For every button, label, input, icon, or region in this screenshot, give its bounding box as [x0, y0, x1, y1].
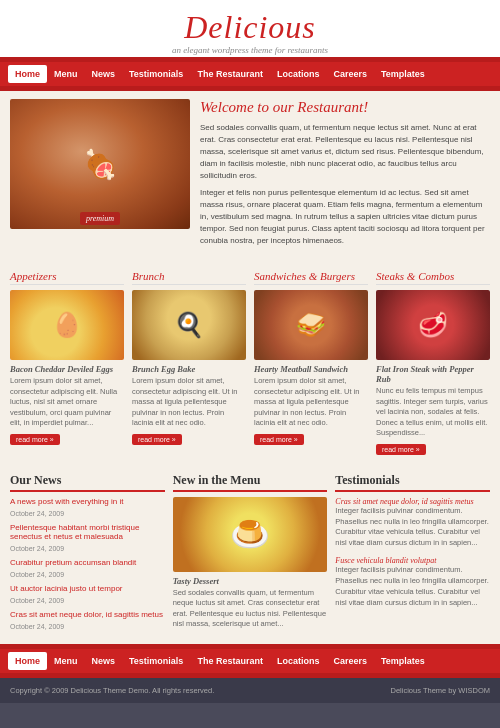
footer-nav-testimonials[interactable]: Testimonials: [122, 652, 190, 670]
news-date-4: October 24, 2009: [10, 597, 64, 604]
category-appetizers: Appetizers 🥚 Bacon Cheddar Deviled Eggs …: [10, 270, 124, 455]
hero-body: Sed sodales convallis quam, ut fermentum…: [200, 122, 490, 247]
news-date-5: October 24, 2009: [10, 623, 64, 630]
hero-text: Welcome to our Restaurant! Sed sodales c…: [200, 99, 490, 252]
steaks-desc: Nunc eu felis tempus mi tempus sagittis.…: [376, 386, 490, 439]
sandwiches-desc: Lorem ipsum dolor sit amet, consectetur …: [254, 376, 368, 429]
testimonial-quote-1: Integer facilisis pulvinar condimentum. …: [335, 506, 490, 550]
news-item-3: Curabitur pretium accumsan blandit Octob…: [10, 558, 165, 579]
hero-title: Welcome to our Restaurant!: [200, 99, 490, 116]
nav-restaurant[interactable]: The Restaurant: [190, 65, 270, 83]
testimonials-heading: Testimonials: [335, 473, 490, 492]
news-link-2[interactable]: Pellentesque habitant morbi tristique se…: [10, 523, 165, 541]
testimonial-name-1: Cras sit amet neque dolor, id sagittis m…: [335, 497, 490, 506]
site-title: Delicious: [0, 10, 500, 45]
news-link-3[interactable]: Curabitur pretium accumsan blandit: [10, 558, 165, 567]
brunch-dish-name: Brunch Egg Bake: [132, 364, 246, 374]
footer-nav-careers[interactable]: Careers: [326, 652, 374, 670]
news-date-1: October 24, 2009: [10, 510, 64, 517]
sandwiches-dish-name: Hearty Meatball Sandwich: [254, 364, 368, 374]
credit-text: Delicious Theme by WISDOM: [391, 686, 490, 695]
footer-nav-templates[interactable]: Templates: [374, 652, 432, 670]
menu-dish-name: Tasty Dessert: [173, 576, 328, 586]
brunch-read-more[interactable]: read more »: [132, 434, 182, 445]
nav-locations[interactable]: Locations: [270, 65, 327, 83]
footer-nav-menu[interactable]: Menu: [47, 652, 85, 670]
copyright-text: Copyright © 2009 Delicious Theme Demo. A…: [10, 686, 214, 695]
news-heading: Our News: [10, 473, 165, 492]
categories-section: Appetizers 🥚 Bacon Cheddar Deviled Eggs …: [0, 262, 500, 465]
testimonial-1: Cras sit amet neque dolor, id sagittis m…: [335, 497, 490, 550]
category-image-brunch: 🍳: [132, 290, 246, 360]
category-image-appetizers: 🥚: [10, 290, 124, 360]
news-column: Our News A news post with everything in …: [10, 473, 165, 636]
news-date-2: October 24, 2009: [10, 545, 64, 552]
news-link-4[interactable]: Ut auctor lacinia justo ut tempor: [10, 584, 165, 593]
footer-nav: Home Menu News Testimonials The Restaura…: [0, 648, 500, 674]
news-link-5[interactable]: Cras sit amet neque dolor, id sagittis m…: [10, 610, 165, 619]
category-image-steaks: 🥩: [376, 290, 490, 360]
testimonial-name-2: Fusce vehicula blandit volutpat: [335, 556, 490, 565]
new-menu-heading: New in the Menu: [173, 473, 328, 492]
site-header: Delicious an elegant wordpress theme for…: [0, 0, 500, 61]
nav-menu[interactable]: Menu: [47, 65, 85, 83]
category-steaks: Steaks & Combos 🥩 Flat Iron Steak with P…: [376, 270, 490, 455]
nav-news[interactable]: News: [85, 65, 123, 83]
menu-dish-image: 🍮: [173, 497, 328, 572]
sandwiches-food-visual: 🥪: [254, 290, 368, 360]
brunch-food-visual: 🍳: [132, 290, 246, 360]
site-tagline: an elegant wordpress theme for restauran…: [0, 45, 500, 55]
steaks-read-more[interactable]: read more »: [376, 444, 426, 455]
nav-testimonials[interactable]: Testimonials: [122, 65, 190, 83]
sandwiches-read-more[interactable]: read more »: [254, 434, 304, 445]
hero-paragraph-2: Integer et felis non purus pellentesque …: [200, 187, 490, 247]
news-item-4: Ut auctor lacinia justo ut tempor Octobe…: [10, 584, 165, 605]
category-sandwiches: Sandwiches & Burgers 🥪 Hearty Meatball S…: [254, 270, 368, 455]
footer-nav-locations[interactable]: Locations: [270, 652, 327, 670]
category-image-sandwiches: 🥪: [254, 290, 368, 360]
premium-badge: premium: [80, 212, 120, 225]
category-brunch: Brunch 🍳 Brunch Egg Bake Lorem ipsum dol…: [132, 270, 246, 455]
new-menu-column: New in the Menu 🍮 Tasty Dessert Sed soda…: [173, 473, 328, 636]
hero-image-content: 🍖: [10, 99, 190, 229]
testimonial-2: Fusce vehicula blandit volutpat Integer …: [335, 556, 490, 609]
nav-careers[interactable]: Careers: [326, 65, 374, 83]
steaks-food-visual: 🥩: [376, 290, 490, 360]
hero-image: 🍖 premium: [10, 99, 190, 229]
hero-paragraph-1: Sed sodales convallis quam, ut fermentum…: [200, 122, 490, 182]
steaks-dish-name: Flat Iron Steak with Pepper Rub: [376, 364, 490, 384]
hero-image-overlay: premium: [10, 212, 190, 223]
news-item-1: A news post with everything in it Octobe…: [10, 497, 165, 518]
footer-nav-news[interactable]: News: [85, 652, 123, 670]
appetizers-food-visual: 🥚: [10, 290, 124, 360]
category-title-steaks: Steaks & Combos: [376, 270, 490, 285]
hero-section: 🍖 premium Welcome to our Restaurant! Sed…: [0, 87, 500, 262]
footer-nav-restaurant[interactable]: The Restaurant: [190, 652, 270, 670]
main-nav: Home Menu News Testimonials The Restaura…: [0, 61, 500, 87]
testimonials-column: Testimonials Cras sit amet neque dolor, …: [335, 473, 490, 636]
category-title-brunch: Brunch: [132, 270, 246, 285]
nav-templates[interactable]: Templates: [374, 65, 432, 83]
page-wrapper: Delicious an elegant wordpress theme for…: [0, 0, 500, 703]
appetizers-desc: Lorem ipsum dolor sit amet, consectetur …: [10, 376, 124, 429]
category-title-sandwiches: Sandwiches & Burgers: [254, 270, 368, 285]
news-item-2: Pellentesque habitant morbi tristique se…: [10, 523, 165, 553]
news-date-3: October 24, 2009: [10, 571, 64, 578]
appetizers-dish-name: Bacon Cheddar Deviled Eggs: [10, 364, 124, 374]
nav-home[interactable]: Home: [8, 65, 47, 83]
news-link-1[interactable]: A news post with everything in it: [10, 497, 165, 506]
appetizers-read-more[interactable]: read more »: [10, 434, 60, 445]
bottom-section: Our News A news post with everything in …: [0, 465, 500, 646]
testimonial-quote-2: Integer facilisis pulvinar condimentum. …: [335, 565, 490, 609]
hero-food-visual: 🍖: [10, 99, 190, 229]
footer-nav-home[interactable]: Home: [8, 652, 47, 670]
menu-desc: Sed sodales convallis quam, ut fermentum…: [173, 588, 328, 630]
brunch-desc: Lorem ipsum dolor sit amet, consectetur …: [132, 376, 246, 429]
news-item-5: Cras sit amet neque dolor, id sagittis m…: [10, 610, 165, 631]
category-title-appetizers: Appetizers: [10, 270, 124, 285]
copyright-bar: Copyright © 2009 Delicious Theme Demo. A…: [0, 678, 500, 703]
